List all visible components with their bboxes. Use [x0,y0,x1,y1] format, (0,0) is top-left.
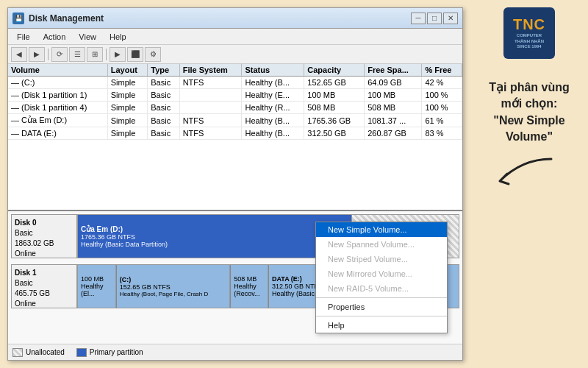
col-status[interactable]: Status [242,64,304,77]
disk0-type: Basic [15,228,74,238]
cell-0-4: Healthy (B... [242,77,304,89]
toolbar-btn6[interactable]: ⚙ [145,47,161,62]
disk-area: Disk 0 Basic 1863.02 GB Online Cửa Em (D… [8,211,462,344]
ctx-properties[interactable]: Properties [316,300,447,314]
toolbar-back[interactable]: ◀ [11,47,27,62]
cell-2-2: Basic [148,102,179,114]
ctx-new-raid5-volume: New RAID-5 Volume... [316,281,447,296]
minimize-button[interactable]: ─ [411,13,426,24]
disk1-p3-size: 508 MB [234,275,265,283]
status-bar: Unallocated Primary partition [8,344,462,360]
toolbar-btn4[interactable]: ▶ [110,47,126,62]
disk0-status: Online [15,249,74,259]
ctx-help[interactable]: Help [316,318,447,333]
table-row[interactable]: — Cửa Em (D:)SimpleBasicNTFSHealthy (B..… [8,114,462,127]
title-bar: 💾 Disk Management ─ □ ✕ [8,8,462,29]
col-capacity[interactable]: Capacity [304,64,365,77]
cell-3-3: NTFS [179,114,242,127]
annotation-arrow [492,152,566,196]
logo-sub: COMPUTERTHÀNH NHÂNSINCE 1994 [514,33,544,50]
annotation-text: Tại phân vùngmới chọn:"New SimpleVolume" [489,79,570,146]
menu-view[interactable]: View [73,31,102,43]
disk0-partition-d[interactable]: Cửa Em (D:) 1765.36 GB NTFS Healthy (Bas… [78,215,352,258]
main-content: Volume Layout Type File System Status Ca… [8,64,462,344]
menu-action[interactable]: Action [37,31,72,43]
ctx-new-mirrored-volume: New Mirrored Volume... [316,266,447,281]
ctx-new-simple-volume[interactable]: New Simple Volume... [316,222,447,237]
maximize-button[interactable]: □ [427,13,442,24]
title-bar-buttons: ─ □ ✕ [411,13,458,24]
ctx-new-spanned-volume: New Spanned Volume... [316,237,447,252]
cell-4-5: 312.50 GB [304,127,365,140]
disk1-name: Disk 1 [15,268,74,278]
menu-help[interactable]: Help [104,31,132,43]
cell-4-0: — DATA (E:) [8,127,107,140]
annotation-area: TNC COMPUTERTHÀNH NHÂNSINCE 1994 Tại phâ… [470,0,588,368]
table-row[interactable]: — (Disk 1 partition 1)SimpleBasicHealthy… [8,89,462,102]
toolbar-sep1 [48,49,49,60]
cell-2-6: 508 MB [365,102,422,114]
cell-4-4: Healthy (B... [242,127,304,140]
col-filesystem[interactable]: File System [179,64,242,77]
col-volume[interactable]: Volume [8,64,107,77]
cell-3-5: 1765.36 GB [304,114,365,127]
window-icon: 💾 [12,13,24,24]
legend-unallocated: Unallocated [12,348,65,357]
toolbar: ◀ ▶ ⟳ ☰ ⊞ ▶ ⬛ ⚙ [8,45,462,64]
toolbar-sep2 [106,49,107,60]
cell-2-5: 508 MB [304,102,365,114]
disk0-name: Disk 0 [15,218,74,228]
cell-1-6: 100 MB [365,89,422,102]
cell-1-0: — (Disk 1 partition 1) [8,89,107,102]
menu-file[interactable]: File [11,31,36,43]
context-menu: New Simple Volume... New Spanned Volume.… [315,222,448,333]
cell-3-7: 61 % [422,114,462,127]
volume-table: Volume Layout Type File System Status Ca… [8,64,462,140]
disk0-p1-status: Healthy (Basic Data Partition) [81,241,348,248]
legend-primary-label: Primary partition [90,348,143,356]
cell-2-4: Healthy (R... [242,102,304,114]
disk-management-window: 💾 Disk Management ─ □ ✕ File Action View… [7,7,463,361]
cell-4-3: NTFS [179,127,242,140]
col-layout[interactable]: Layout [107,64,148,77]
ctx-new-striped-volume: New Striped Volume... [316,252,447,266]
cell-3-0: — Cửa Em (D:) [8,114,107,127]
toolbar-btn3[interactable]: ⊞ [87,47,103,62]
disk1-partition-508mb[interactable]: 508 MB Healthy (Recov... [230,265,268,308]
close-button[interactable]: ✕ [443,13,458,24]
cell-0-7: 42 % [422,77,462,89]
volume-table-area: Volume Layout Type File System Status Ca… [8,64,462,211]
disk0-size: 1863.02 GB [15,238,74,249]
toolbar-btn1[interactable]: ⟳ [51,47,68,62]
table-row[interactable]: — (Disk 1 partition 4)SimpleBasicHealthy… [8,102,462,114]
legend-unallocated-box [12,348,23,357]
cell-2-1: Simple [107,102,148,114]
disk1-status: Online [15,299,74,309]
cell-2-3 [179,102,242,114]
cell-3-6: 1081.37 ... [365,114,422,127]
table-row[interactable]: — DATA (E:)SimpleBasicNTFSHealthy (B...3… [8,127,462,140]
toolbar-btn2[interactable]: ☰ [69,47,85,62]
disk1-label: Disk 1 Basic 465.75 GB Online [11,264,77,308]
disk1-type: Basic [15,278,74,289]
disk1-partition-100mb[interactable]: 100 MB Healthy (El... [78,265,116,308]
logo-main: TNC [513,16,545,33]
cell-2-0: — (Disk 1 partition 4) [8,102,107,114]
col-type[interactable]: Type [148,64,179,77]
cell-1-3 [179,89,242,102]
table-row[interactable]: — (C:)SimpleBasicNTFSHealthy (B...152.65… [8,77,462,89]
cell-0-6: 64.09 GB [365,77,422,89]
cell-0-3: NTFS [179,77,242,89]
disk1-size: 465.75 GB [15,289,74,299]
cell-0-1: Simple [107,77,148,89]
ctx-sep1 [316,297,447,298]
cell-4-1: Simple [107,127,148,140]
toolbar-btn5[interactable]: ⬛ [127,47,143,62]
toolbar-forward[interactable]: ▶ [29,47,45,62]
col-pctfree[interactable]: % Free [422,64,462,77]
col-freespace[interactable]: Free Spa... [365,64,422,77]
disk0-p1-size: 1765.36 GB NTFS [81,233,348,241]
cell-3-2: Basic [148,114,179,127]
disk1-partition-c[interactable]: (C:) 152.65 GB NTFS Healthy (Boot, Page … [116,265,230,308]
cell-2-7: 100 % [422,102,462,114]
